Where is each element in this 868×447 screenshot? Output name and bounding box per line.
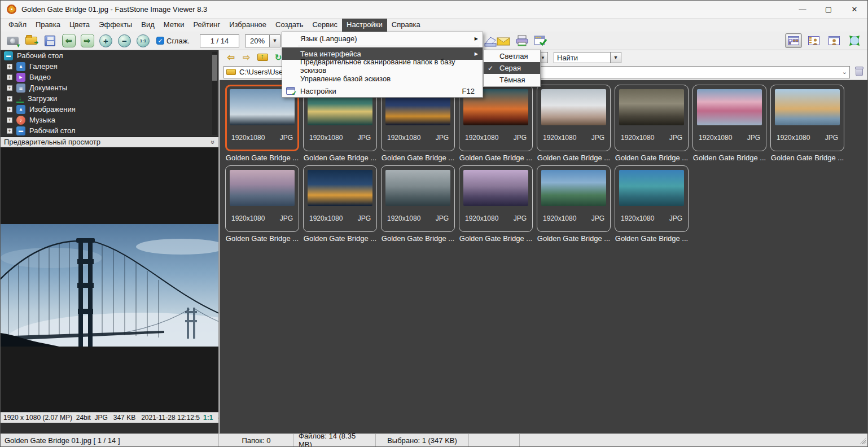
thumbnail-item[interactable]: 1920x1080 JPG Golden Gate Bridge ... — [770, 85, 844, 162]
tree-item-music[interactable]: + ♪ Музыка — [1, 115, 218, 125]
tree-item-documents[interactable]: + ≡ Документы — [1, 82, 218, 93]
thumbnail-size-label: 1920x1080 — [621, 214, 654, 222]
expand-plus-icon[interactable]: + — [7, 74, 12, 80]
thumbnail-item[interactable]: 1920x1080 JPG Golden Gate Bridge ... — [303, 165, 377, 243]
tree-item-desktop-folder[interactable]: + ▬ Рабочий стол — [1, 125, 218, 136]
address-dropdown-icon[interactable]: ⌄ — [842, 68, 847, 76]
tree-item-pictures[interactable]: + ▲ Изображения — [1, 104, 218, 115]
menu-effects[interactable]: Эффекты — [94, 19, 137, 32]
menu-tags[interactable]: Метки — [159, 19, 189, 32]
settings-toolbar-button[interactable] — [532, 33, 547, 49]
menu-colors[interactable]: Цвета — [65, 19, 94, 32]
thumbnail-tile[interactable]: 1920x1080 JPG — [381, 165, 455, 232]
thumbnail-caption: Golden Gate Bridge ... — [303, 234, 377, 243]
submenu-item-dark[interactable]: Тёмная — [484, 74, 540, 86]
search-dropdown-button[interactable]: ▼ — [611, 52, 621, 63]
thumbnail-image — [619, 89, 684, 125]
thumbnail-format-label: JPG — [669, 214, 682, 222]
fullscreen-button[interactable] — [846, 33, 863, 48]
email-button[interactable] — [496, 33, 511, 49]
thumbnail-tile[interactable]: 1920x1080 JPG — [615, 85, 689, 151]
expand-plus-icon[interactable]: + — [7, 117, 12, 123]
menu-tools[interactable]: Сервис — [308, 19, 342, 32]
thumbnail-size-label: 1920x1080 — [309, 134, 343, 142]
forward-button[interactable]: ⇨ — [239, 51, 254, 63]
menu-item-language[interactable]: Язык (Language) ▶ — [282, 32, 483, 45]
thumbnail-tile[interactable]: 1920x1080 JPG — [537, 85, 611, 151]
thumbnail-item[interactable]: 1920x1080 JPG Golden Gate Bridge ... — [459, 165, 533, 243]
save-button[interactable] — [42, 33, 58, 49]
print-button[interactable] — [514, 33, 529, 49]
tree-scrollbar[interactable] — [212, 52, 217, 135]
actual-size-button[interactable]: 1:1 — [135, 33, 151, 49]
maximize-button[interactable]: ▢ — [816, 1, 841, 19]
scrollbar-thumb[interactable] — [212, 55, 217, 81]
delete-button[interactable] — [853, 66, 865, 78]
fit-window-icon[interactable]: ◇ — [218, 414, 218, 422]
thumbnail-tile[interactable]: 1920x1080 JPG — [537, 165, 611, 232]
menu-help[interactable]: Справка — [387, 19, 425, 32]
expand-plus-icon[interactable]: + — [7, 107, 12, 112]
back-button[interactable]: ⇦ — [223, 51, 238, 63]
thumbnail-item[interactable]: 1920x1080 JPG Golden Gate Bridge ... — [381, 165, 455, 243]
submenu-item-gray[interactable]: ✓ Серая — [484, 62, 540, 74]
tree-item-desktop-root[interactable]: ▬ Рабочий стол — [1, 50, 218, 61]
tree-item-downloads[interactable]: + ↓ Загрузки — [1, 93, 218, 104]
menu-rating[interactable]: Рейтинг — [188, 19, 225, 32]
zoom-in-button[interactable]: + — [98, 33, 113, 49]
zoom-out-button[interactable]: − — [117, 33, 132, 49]
close-button[interactable]: ✕ — [841, 1, 867, 19]
collapse-chevron-icon[interactable]: » — [209, 140, 217, 144]
full-preview-view-button[interactable] — [826, 33, 843, 48]
menu-item-thumbnail-db[interactable]: Управление базой эскизов — [282, 72, 483, 85]
menu-view[interactable]: Вид — [137, 19, 159, 32]
thumbnail-item[interactable]: 1920x1080 JPG Golden Gate Bridge ... — [537, 165, 611, 243]
menu-settings[interactable]: Настройки — [342, 19, 387, 32]
browser-view-button[interactable] — [785, 33, 802, 48]
expand-plus-icon[interactable]: + — [7, 85, 12, 91]
menu-item-prescan[interactable]: Предварительное сканирование папок в баз… — [282, 60, 483, 72]
thumbnail-tile[interactable]: 1920x1080 JPG — [692, 85, 766, 151]
thumbnail-caption: Golden Gate Bridge ... — [225, 234, 299, 243]
thumbnail-tile[interactable]: 1920x1080 JPG — [303, 165, 377, 232]
thumbnail-tile[interactable]: 1920x1080 JPG — [459, 165, 533, 232]
thumbnail-item[interactable]: 1920x1080 JPG Golden Gate Bridge ... — [615, 165, 689, 243]
smoothing-checkbox[interactable]: ✓ Сглаж. — [156, 37, 190, 45]
zoom-ratio-label: 1:1 — [203, 414, 213, 422]
preview-image — [1, 224, 218, 347]
thumbnail-tile[interactable]: 1920x1080 JPG — [225, 165, 299, 232]
thumbnail-item[interactable]: 1920x1080 JPG Golden Gate Bridge ... — [225, 165, 299, 243]
up-folder-button[interactable] — [255, 51, 270, 63]
menu-create[interactable]: Создать — [271, 19, 308, 32]
search-input[interactable]: Найти — [554, 52, 611, 63]
next-image-button[interactable]: ⇨ — [80, 33, 95, 49]
expand-plus-icon[interactable]: + — [7, 128, 12, 134]
open-folder-button[interactable] — [24, 33, 39, 49]
thumbnail-item[interactable]: 1920x1080 JPG Golden Gate Bridge ... — [615, 85, 689, 162]
thumbnail-item[interactable]: 1920x1080 JPG Golden Gate Bridge ... — [692, 85, 766, 162]
thumbnail-tile[interactable]: 1920x1080 JPG — [770, 85, 844, 151]
thumbnail-tile[interactable]: 1920x1080 JPG — [615, 165, 689, 232]
tree-item-gallery[interactable]: + ▲ Галерея — [1, 61, 218, 72]
submenu-item-light[interactable]: Светлая — [484, 50, 540, 62]
status-files: Файлов: 14 (8.35 MB) — [294, 434, 376, 446]
menu-item-settings[interactable]: Настройки F12 — [282, 85, 483, 97]
thumbnail-strip-view-button[interactable] — [805, 33, 822, 48]
zoom-level-value[interactable]: 20% — [245, 34, 270, 47]
thumbnail-format-label: JPG — [514, 134, 527, 142]
preview-header: Предварительный просмотр » — [1, 137, 218, 147]
tree-item-video[interactable]: + ▶ Видео — [1, 72, 218, 82]
menu-file[interactable]: Файл — [4, 19, 31, 32]
acquire-scanner-button[interactable] — [483, 33, 498, 49]
resize-grip[interactable] — [858, 437, 866, 444]
minimize-button[interactable]: — — [790, 1, 816, 19]
thumbnail-image — [230, 170, 295, 206]
capture-button[interactable] — [5, 33, 20, 49]
menu-favorites[interactable]: Избранное — [225, 19, 271, 32]
previous-image-button[interactable]: ⇦ — [61, 33, 76, 49]
thumbnail-item[interactable]: 1920x1080 JPG Golden Gate Bridge ... — [537, 85, 611, 162]
expand-plus-icon[interactable]: + — [7, 64, 12, 69]
zoom-level-dropdown[interactable]: ▼ — [270, 34, 280, 47]
expand-plus-icon[interactable]: + — [7, 96, 12, 102]
menu-edit[interactable]: Правка — [31, 19, 65, 32]
